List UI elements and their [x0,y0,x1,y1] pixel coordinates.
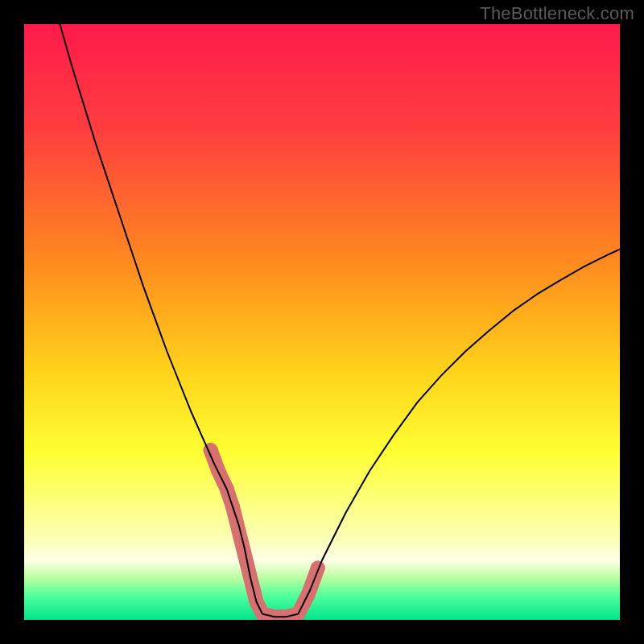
chart-frame: TheBottleneck.com [0,0,644,644]
gradient-background [24,24,620,620]
watermark-text: TheBottleneck.com [480,3,634,24]
chart-svg [24,24,620,620]
plot-area [24,24,620,620]
highlight-marker [311,561,325,576]
